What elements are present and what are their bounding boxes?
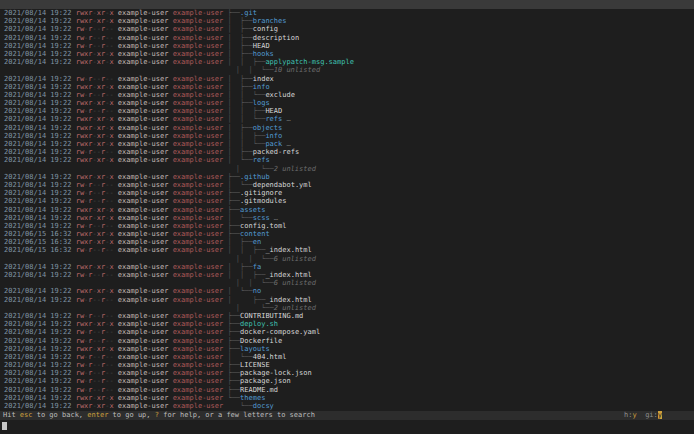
tree-row[interactable]: 2021/08/14 19:22 rw-r--r-- example-user … bbox=[0, 189, 694, 197]
tree-row[interactable]: 2021/08/14 19:22 rw-r--r-- example-user … bbox=[0, 91, 694, 99]
tree-row[interactable]: 2021/08/14 19:22 rw-r--r-- example-user … bbox=[0, 369, 694, 377]
tree-row[interactable]: 2021/08/14 19:22 rw-r--r-- example-user … bbox=[0, 42, 694, 50]
tree-row[interactable]: 2021/08/14 19:22 rwxr-xr-x example-user … bbox=[0, 83, 694, 91]
tree-row-unlisted[interactable]: │ │ └──6 unlisted bbox=[0, 279, 694, 287]
tree-row[interactable]: 2021/08/14 19:22 rwxr-xr-x example-user … bbox=[0, 58, 694, 66]
tree-row-unlisted[interactable]: │ └──2 unlisted bbox=[0, 304, 694, 312]
tree-row[interactable]: 2021/08/14 19:22 rw-r--r-- example-user … bbox=[0, 337, 694, 345]
file-tree: 2021/08/14 19:22 rwxr-xr-x example-user … bbox=[0, 9, 694, 411]
tree-row[interactable]: 2021/06/15 16:32 rwxr-xr-x example-user … bbox=[0, 238, 694, 246]
broot-terminal: /home/example-user/docsy-example 2021/08… bbox=[0, 0, 694, 434]
tree-row[interactable]: 2021/08/14 19:22 rw-r--r-- example-user … bbox=[0, 34, 694, 42]
tree-row[interactable]: 2021/08/14 19:22 rw-r--r-- example-user … bbox=[0, 296, 694, 304]
tree-row[interactable]: 2021/08/14 19:22 rw-r--r-- example-user … bbox=[0, 197, 694, 205]
tree-row[interactable]: 2021/08/14 19:22 rwxr-xr-x example-user … bbox=[0, 402, 694, 410]
flag-h: h:y bbox=[624, 411, 637, 419]
tree-row[interactable]: 2021/08/14 19:22 rw-r--r-- example-user … bbox=[0, 353, 694, 361]
tree-row[interactable]: 2021/08/14 19:22 rw-r--r-- example-user … bbox=[0, 148, 694, 156]
tree-row[interactable]: 2021/08/14 19:22 rwxr-xr-x example-user … bbox=[0, 99, 694, 107]
tree-row-unlisted[interactable]: │ │ └──10 unlisted bbox=[0, 66, 694, 74]
hint-text: Hit esc to go back, enter to go up, ? fo… bbox=[3, 411, 315, 420]
tree-row[interactable]: 2021/08/14 19:22 rw-r--r-- example-user … bbox=[0, 107, 694, 115]
tree-row[interactable]: 2021/08/14 19:22 rw-r--r-- example-user … bbox=[0, 271, 694, 279]
tree-row[interactable]: 2021/08/14 19:22 rwxr-xr-x example-user … bbox=[0, 50, 694, 58]
status-bar: Hit esc to go back, enter to go up, ? fo… bbox=[0, 411, 694, 420]
tree-row[interactable]: 2021/08/14 19:22 rwxr-xr-x example-user … bbox=[0, 287, 694, 295]
tree-row[interactable]: 2021/08/14 19:22 rwxr-xr-x example-user … bbox=[0, 140, 694, 148]
tree-row[interactable]: 2021/08/14 19:22 rw-r--r-- example-user … bbox=[0, 377, 694, 385]
tree-row-unlisted[interactable]: │ └──2 unlisted bbox=[0, 165, 694, 173]
tree-row[interactable]: 2021/08/14 19:22 rw-r--r-- example-user … bbox=[0, 312, 694, 320]
tree-row[interactable]: 2021/08/14 19:22 rwxr-xr-x example-user … bbox=[0, 173, 694, 181]
tree-row[interactable]: 2021/08/14 19:22 rwxr-xr-x example-user … bbox=[0, 115, 694, 123]
mode-flags: h:y gi:y bbox=[624, 411, 694, 420]
tree-row-unlisted[interactable]: │ │ └──6 unlisted bbox=[0, 255, 694, 263]
tree-row[interactable]: 2021/08/14 19:22 rw-r--r-- example-user … bbox=[0, 75, 694, 83]
tree-row[interactable]: 2021/08/14 19:22 rw-r--r-- example-user … bbox=[0, 181, 694, 189]
tree-row[interactable]: 2021/06/15 16:32 rwxr-xr-x example-user … bbox=[0, 230, 694, 238]
tree-row[interactable]: 2021/08/14 19:22 rwxr-xr-x example-user … bbox=[0, 345, 694, 353]
tree-row[interactable]: 2021/08/14 19:22 rw-r--r-- example-user … bbox=[0, 386, 694, 394]
tree-row[interactable]: 2021/08/14 19:22 rw-r--r-- example-user … bbox=[0, 361, 694, 369]
tree-row[interactable]: 2021/08/14 19:22 rw-r--r-- example-user … bbox=[0, 222, 694, 230]
tree-row[interactable]: 2021/08/14 19:22 rwxr-xr-x example-user … bbox=[0, 124, 694, 132]
tree-row[interactable]: 2021/06/15 16:32 rw-r--r-- example-user … bbox=[0, 246, 694, 254]
tree-row[interactable]: 2021/08/14 19:22 rw-r--r-- example-user … bbox=[0, 25, 694, 33]
tree-row[interactable]: 2021/08/14 19:22 rwxr-xr-x example-user … bbox=[0, 263, 694, 271]
tree-row[interactable]: 2021/08/14 19:22 rwxr-xr-x example-user … bbox=[0, 132, 694, 140]
tree-row[interactable]: 2021/08/14 19:22 rwxr-xr-x example-user … bbox=[0, 17, 694, 25]
tree-row[interactable]: 2021/08/14 19:22 rwxr-xr-x example-user … bbox=[0, 156, 694, 164]
tree-row[interactable]: 2021/08/14 19:22 rwxr-xr-x example-user … bbox=[0, 206, 694, 214]
tree-row[interactable]: 2021/08/14 19:22 rwxr-xr-x example-user … bbox=[0, 9, 694, 17]
tree-row[interactable]: 2021/08/14 19:22 rwxr-xr-x example-user … bbox=[0, 214, 694, 222]
tree-row[interactable]: 2021/08/14 19:22 rwxr-xr-x example-user … bbox=[0, 320, 694, 328]
tree-row[interactable]: 2021/08/14 19:22 rwxr-xr-x example-user … bbox=[0, 394, 694, 402]
tree-row[interactable]: 2021/08/14 19:22 rw-r--r-- example-user … bbox=[0, 328, 694, 336]
text-cursor bbox=[2, 422, 7, 430]
flag-gi: gi:y bbox=[645, 411, 662, 419]
current-path-bar: /home/example-user/docsy-example bbox=[0, 0, 694, 9]
search-input[interactable] bbox=[0, 420, 694, 434]
